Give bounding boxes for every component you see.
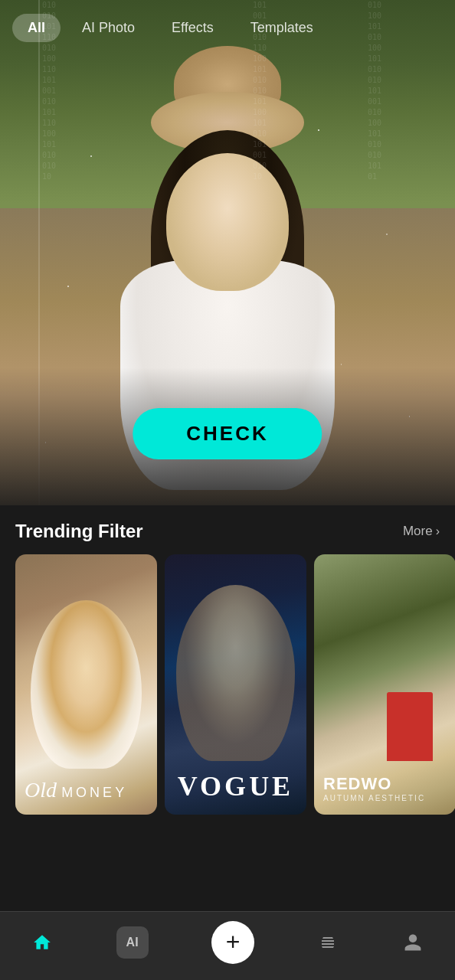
tab-all[interactable]: All (12, 14, 61, 42)
ai-icon: AI (116, 926, 149, 959)
redwood-text: REDWO AUTUMN AESTHETIC (323, 774, 447, 802)
hero-section: 0100101011100101001101010010101011101001… (0, 0, 455, 521)
more-link[interactable]: More › (403, 524, 440, 539)
filter-card-vogue[interactable]: VOGUE (165, 554, 306, 815)
tab-templates[interactable]: Templates (235, 14, 329, 42)
old-money-label: Old MONEY (25, 778, 148, 802)
redwood-sub-text: AUTUMN AESTHETIC (323, 794, 447, 802)
vogue-person (176, 585, 295, 761)
redwood-door (387, 692, 433, 761)
vogue-label: VOGUE (174, 770, 297, 802)
vogue-text: VOGUE (174, 770, 297, 802)
category-tabs: All AI Photo Effects Templates (0, 0, 455, 51)
filter-card-redwood[interactable]: REDWO AUTUMN AESTHETIC (314, 554, 455, 815)
filter-card-old-money[interactable]: Old MONEY (15, 554, 157, 815)
nav-item-home[interactable] (19, 926, 65, 959)
money-text: MONEY (61, 785, 127, 800)
old-money-person (31, 600, 142, 769)
bottom-nav: AI + (0, 911, 455, 980)
profile-icon (402, 932, 424, 953)
face (166, 153, 289, 291)
more-label: More (403, 524, 433, 539)
redwood-main-text: REDWO (323, 774, 447, 794)
old-money-bg (15, 554, 157, 815)
filter-cards-row: Old MONEY VOGUE REDWO AUTUMN AESTHETIC (0, 554, 455, 815)
nav-item-add[interactable]: + (199, 915, 267, 970)
redwood-label: REDWO AUTUMN AESTHETIC (323, 774, 447, 802)
hashtag-icon (317, 932, 339, 953)
nav-item-ai[interactable]: AI (104, 920, 161, 965)
add-icon: + (211, 921, 254, 964)
trending-filter-header: Trending Filter More › (0, 505, 455, 554)
main-content: Trending Filter More › Old MONEY (0, 505, 455, 891)
add-plus: + (226, 928, 241, 956)
tab-effects[interactable]: Effects (156, 14, 229, 42)
more-chevron-icon: › (436, 524, 440, 538)
trending-filter-title: Trending Filter (15, 521, 143, 542)
nav-item-profile[interactable] (390, 926, 436, 959)
old-money-text: Old MONEY (25, 778, 148, 802)
old-italic-text: Old (25, 778, 57, 802)
ai-label: AI (126, 936, 139, 949)
nav-item-discover[interactable] (305, 926, 351, 959)
check-button[interactable]: CHECK (133, 408, 322, 459)
tab-ai-photo[interactable]: AI Photo (67, 14, 150, 42)
home-icon (31, 932, 53, 953)
